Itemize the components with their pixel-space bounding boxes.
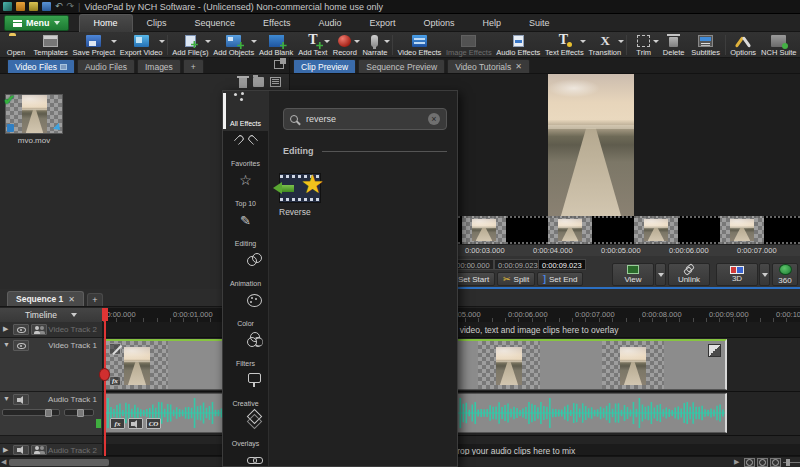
tab-add-bin[interactable]: + <box>183 59 204 73</box>
category-overlays[interactable]: Overlays <box>223 411 268 451</box>
timeline-zoom-slider[interactable] <box>783 462 800 463</box>
3d-button[interactable]: 3D <box>716 263 758 286</box>
category-all-effects[interactable]: All Effects <box>223 91 268 131</box>
3d-dropdown-caret[interactable] <box>759 263 770 286</box>
close-tab-icon[interactable]: ✕ <box>515 62 522 71</box>
undo-icon[interactable]: ↶ <box>55 2 63 11</box>
add-blank-button[interactable]: Add Blank <box>257 33 296 57</box>
text-effects-button[interactable]: Text Effects <box>543 33 586 57</box>
video-effects-button[interactable]: Video Effects <box>395 33 444 57</box>
menu-button[interactable]: Menu <box>4 15 69 31</box>
timeline-mode-dropdown[interactable]: Timeline <box>0 308 103 322</box>
audio-effects-button[interactable]: Audio Effects <box>494 33 543 57</box>
tab-effects[interactable]: Effects <box>249 14 304 32</box>
clip-duration[interactable]: 0:00:09.023 <box>494 259 542 270</box>
playhead-head[interactable] <box>102 308 108 321</box>
close-tab-icon[interactable]: ✕ <box>68 295 75 304</box>
dropdown-caret-icon[interactable] <box>159 40 165 43</box>
redo-icon[interactable]: ↷ <box>67 2 75 11</box>
nch-suite-button[interactable]: NCH Suite <box>759 33 799 57</box>
reverse-effect-tile[interactable]: ★ <box>279 173 321 203</box>
tab-sequence-1[interactable]: Sequence 1✕ <box>7 291 84 306</box>
quick-open-icon[interactable] <box>29 2 38 11</box>
expand-track-icon[interactable]: ▶ <box>3 325 8 333</box>
playhead[interactable] <box>104 308 106 456</box>
track-volume-slider[interactable] <box>2 409 60 416</box>
clip-effects-badge[interactable]: fx <box>110 418 125 429</box>
add-text-button[interactable]: Add Text <box>296 33 330 57</box>
category-creative[interactable]: Creative <box>223 371 268 411</box>
save-project-button[interactable]: Save Project <box>70 33 117 57</box>
zoom-in-icon[interactable] <box>770 458 781 467</box>
track-visibility-icon[interactable] <box>13 340 29 351</box>
tab-clips[interactable]: Clips <box>133 14 181 32</box>
subtitles-button[interactable]: Subtitles <box>689 33 723 57</box>
clip-end-time[interactable]: 0:00:09.023 <box>538 259 586 270</box>
category-favorites[interactable]: Favorites <box>223 131 268 171</box>
tab-suite[interactable]: Suite <box>515 14 564 32</box>
delete-media-icon[interactable] <box>239 78 247 88</box>
track-mute-icon[interactable] <box>13 445 29 455</box>
track-solo-icon[interactable] <box>31 445 47 455</box>
track-visibility-icon[interactable] <box>13 324 29 335</box>
templates-button[interactable]: Templates <box>31 33 70 57</box>
track-solo-icon[interactable] <box>31 324 47 335</box>
category-editing[interactable]: ✎Editing <box>223 211 268 251</box>
tab-audio-files[interactable]: Audio Files <box>77 59 135 73</box>
tab-options[interactable]: Options <box>409 14 468 32</box>
category-more[interactable] <box>223 451 268 466</box>
effects-search[interactable]: × <box>283 108 447 130</box>
tab-video-files[interactable]: Video Files <box>7 59 75 73</box>
tab-audio[interactable]: Audio <box>304 14 355 32</box>
media-item-mvo[interactable]: ✔ <box>5 94 63 134</box>
tab-export[interactable]: Export <box>355 14 409 32</box>
split-button[interactable]: ✂Split <box>497 272 535 286</box>
collapse-track-icon[interactable]: ▼ <box>3 341 10 348</box>
add-sequence-tab[interactable]: + <box>87 293 103 306</box>
clear-search-icon[interactable]: × <box>428 113 440 125</box>
track-mute-icon[interactable] <box>13 394 29 405</box>
options-button[interactable]: Options <box>728 33 759 57</box>
record-button[interactable]: Record <box>330 33 360 57</box>
tab-images[interactable]: Images <box>137 59 181 73</box>
category-animation[interactable]: Animation <box>223 251 268 291</box>
category-color[interactable]: Color <box>223 291 268 331</box>
tab-sequence[interactable]: Sequence <box>181 14 250 32</box>
expand-track-icon[interactable]: ▶ <box>3 446 8 454</box>
delete-button[interactable]: Delete <box>659 33 689 57</box>
clip-mute-badge[interactable] <box>128 418 143 429</box>
quick-save-icon[interactable] <box>42 2 51 11</box>
trim-button[interactable]: Trim <box>629 33 659 57</box>
tab-sequence-preview[interactable]: Sequence Preview <box>358 59 445 73</box>
set-end-button[interactable]: ]Set End <box>537 272 583 286</box>
open-button[interactable]: Open <box>1 33 31 57</box>
add-objects-button[interactable]: Add Objects <box>211 33 257 57</box>
scroll-right-icon[interactable]: ▶ <box>734 458 739 466</box>
view-dropdown-caret[interactable] <box>655 263 666 286</box>
category-top-10[interactable]: ☆Top 10 <box>223 171 268 211</box>
360-button[interactable]: 360 <box>772 263 798 286</box>
tab-home[interactable]: Home <box>79 14 133 32</box>
add-files-button[interactable]: Add File(s) <box>170 33 211 57</box>
float-panel-icon[interactable] <box>274 60 284 69</box>
scroll-left-icon[interactable]: ◀ <box>1 458 6 466</box>
collapse-track-icon[interactable]: ▼ <box>3 395 10 402</box>
narrate-button[interactable]: Narrate <box>360 33 390 57</box>
list-view-icon[interactable] <box>270 77 281 87</box>
dropdown-caret-icon[interactable] <box>384 40 390 43</box>
transition-button[interactable]: Transition <box>586 33 624 57</box>
tab-help[interactable]: Help <box>469 14 516 32</box>
tab-video-tutorials[interactable]: Video Tutorials✕ <box>447 59 530 73</box>
effects-search-input[interactable] <box>304 113 422 125</box>
add-folder-icon[interactable] <box>253 77 264 87</box>
scrollbar-thumb[interactable] <box>9 459 109 466</box>
unlink-button[interactable]: Unlink <box>668 263 710 286</box>
playhead-grab-handle[interactable] <box>99 368 110 381</box>
clip-fade-icon[interactable] <box>109 343 121 355</box>
export-video-button[interactable]: Export Video <box>117 33 164 57</box>
track-pan-slider[interactable] <box>64 409 94 416</box>
view-button[interactable]: View <box>612 263 654 286</box>
tab-clip-preview[interactable]: Clip Preview <box>293 59 356 73</box>
dropdown-caret-icon[interactable] <box>618 40 624 43</box>
quick-new-icon[interactable] <box>16 2 25 11</box>
